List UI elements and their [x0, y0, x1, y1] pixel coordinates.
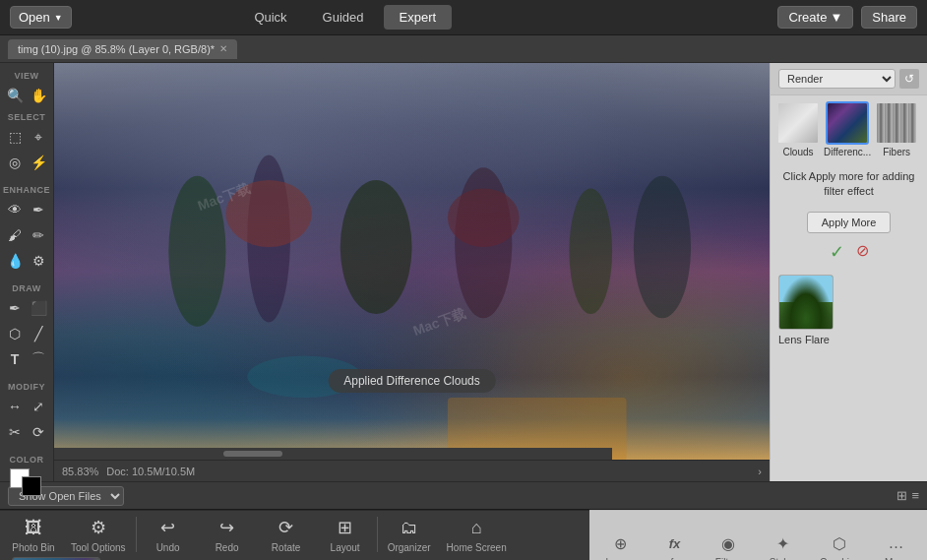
fibers-preview [877, 103, 916, 143]
undo-label: Undo [156, 542, 180, 553]
more-tab[interactable]: … More [869, 528, 923, 560]
toolbar-row-8: ⬡ ╱ [0, 321, 53, 346]
apply-more-button[interactable]: Apply More [807, 212, 892, 233]
fx-tab[interactable]: fx fx [648, 528, 702, 560]
tab-quick[interactable]: Quick [238, 5, 302, 30]
refresh-icon[interactable]: ↺ [899, 69, 919, 89]
move-tool[interactable]: ↔ [4, 396, 26, 417]
main-area: VIEW 🔍 ✋ SELECT ⬚ ⌖ ◎ ⚡ ENHANCE 👁 ✒ 🖌 ✏ … [0, 63, 927, 481]
eraser-tool[interactable]: ⬛ [28, 297, 49, 319]
home-screen-button[interactable]: ⌂ Home Screen [439, 511, 515, 557]
tool-options-button[interactable]: ⚙ Tool Options [63, 511, 134, 557]
doc-tab[interactable]: timg (10).jpg @ 85.8% (Layer 0, RGB/8)* … [8, 39, 237, 59]
smart-brush[interactable]: 💧 [4, 250, 26, 272]
create-arrow-icon: ▼ [830, 10, 842, 25]
redo-icon: ↪ [215, 515, 240, 540]
filter-thumb-difference[interactable]: Differenc... [824, 101, 871, 157]
tab-guided[interactable]: Guided [307, 5, 380, 30]
crop-tool[interactable]: ✂ [4, 421, 26, 443]
apply-confirm-icon[interactable]: ✓ [830, 241, 844, 263]
h-scrollbar[interactable] [54, 448, 612, 460]
magic-wand-tool[interactable]: ◎ [4, 152, 26, 173]
draw-section-label: DRAW [0, 280, 53, 295]
svg-point-5 [634, 176, 691, 319]
grid-icon[interactable]: ⊞ [896, 488, 907, 503]
toolbar-row-11: ✂ ⟳ [0, 419, 53, 445]
line-tool[interactable]: ╱ [28, 323, 49, 344]
fibers-label: Fibers [883, 147, 910, 157]
rotate-button[interactable]: ⟳ Rotate [257, 511, 316, 557]
zoom-level: 85.83% [62, 466, 98, 477]
eye-tool[interactable]: 👁 [4, 199, 26, 220]
panel-tabs: ⊕ Layers fx fx ◉ Filters ✦ Styles ⬡ Grap… [589, 510, 927, 560]
share-button[interactable]: Share [861, 6, 917, 29]
lens-flare-thumb[interactable] [778, 275, 834, 330]
organizer-button[interactable]: 🗂 Organizer [380, 511, 439, 557]
right-panel: Render ↺ Clouds Differenc... F [770, 63, 927, 481]
dodge-tool[interactable]: ✒ [28, 199, 49, 220]
graphics-tab[interactable]: ⬡ Graphics [810, 528, 869, 560]
create-label: Create [788, 10, 827, 25]
transform-tool[interactable]: ⤢ [28, 396, 49, 417]
photo-bin-button[interactable]: 🖼 Photo Bin [4, 511, 63, 557]
sort-icon[interactable]: ≡ [911, 488, 919, 503]
scroll-right-icon: › [758, 466, 762, 477]
canvas-status: 85.83% Doc: 10.5M/10.5M › [54, 460, 770, 481]
layers-tab[interactable]: ⊕ Layers [593, 528, 648, 560]
h-scrollbar-thumb[interactable] [223, 451, 282, 457]
styles-tab[interactable]: ✦ Styles [756, 528, 810, 560]
open-button[interactable]: Open ▼ [10, 6, 72, 29]
create-button[interactable]: Create ▼ [777, 6, 853, 29]
pencil-tool[interactable]: ✒ [4, 297, 26, 319]
brush-tool[interactable]: 🖌 [4, 224, 26, 246]
marquee-tool[interactable]: ⬚ [4, 126, 26, 148]
apply-cancel-icon[interactable]: ⊘ [856, 241, 869, 263]
recompose-tool[interactable]: ⟳ [28, 421, 49, 443]
paint-bucket-tool[interactable]: ⌒ [28, 348, 49, 370]
filter-thumb-clouds[interactable]: Clouds [776, 101, 820, 157]
redo-button[interactable]: ↪ Redo [198, 511, 257, 557]
close-doc-icon[interactable]: ✕ [219, 43, 227, 54]
apply-more-label: Apply More [822, 217, 877, 228]
filmstrip-area: 🖼 Photo Bin ⚙ Tool Options ↩ Undo ↪ Redo… [0, 509, 927, 560]
detail-smart[interactable]: ⚙ [28, 250, 49, 272]
canvas-image[interactable]: Mac下载 Mac下载 [54, 63, 770, 481]
toolbar-row-2: ⬚ ⌖ [0, 124, 53, 150]
top-bar: Open ▼ Quick Guided Expert Create ▼ Shar… [0, 0, 927, 35]
color-section-label: COLOR [0, 451, 53, 467]
toolbar-row: 🔍 ✋ [0, 83, 53, 108]
doc-tab-bar: timg (10).jpg @ 85.8% (Layer 0, RGB/8)* … [0, 35, 927, 63]
tab-expert[interactable]: Expert [384, 5, 453, 30]
lens-flare-label: Lens Flare [778, 334, 830, 345]
graphics-icon: ⬡ [828, 531, 851, 555]
enhance-section-label: ENHANCE [0, 181, 53, 197]
svg-point-0 [168, 176, 225, 327]
svg-point-8 [247, 356, 361, 399]
shape-tool[interactable]: ⬡ [4, 323, 26, 344]
render-header: Render ↺ [771, 63, 927, 95]
undo-button[interactable]: ↩ Undo [139, 511, 198, 557]
toolbar-row-7: ✒ ⬛ [0, 295, 53, 321]
toolbar-divider-1 [136, 517, 137, 552]
layout-button[interactable]: ⊞ Layout [316, 511, 375, 557]
lasso-tool[interactable]: ⌖ [28, 126, 49, 148]
hand-tool[interactable]: ✋ [28, 85, 49, 106]
fg-color-swatch[interactable] [22, 476, 41, 496]
modify-section-label: MODIFY [0, 378, 53, 394]
render-dropdown[interactable]: Render [778, 69, 896, 89]
filter-thumb-fibers[interactable]: Fibers [875, 101, 918, 157]
undo-icon: ↩ [155, 515, 181, 540]
tool-options-label: Tool Options [71, 542, 126, 553]
quick-sel-tool[interactable]: ⚡ [28, 152, 49, 173]
more-icon: … [885, 531, 908, 555]
toolbar-row-6: 💧 ⚙ [0, 248, 53, 274]
zoom-tool[interactable]: 🔍 [4, 85, 26, 106]
filters-tab[interactable]: ◉ Filters [702, 528, 756, 560]
clone-stamp[interactable]: ✏ [28, 224, 49, 246]
photo-bin-icon: 🖼 [21, 515, 46, 540]
text-tool[interactable]: T [4, 348, 26, 370]
clouds-thumb-img [776, 101, 820, 145]
top-right-actions: Create ▼ Share [777, 6, 917, 29]
lens-flare-preview [779, 276, 833, 329]
doc-tab-title: timg (10).jpg @ 85.8% (Layer 0, RGB/8)* [18, 43, 215, 55]
